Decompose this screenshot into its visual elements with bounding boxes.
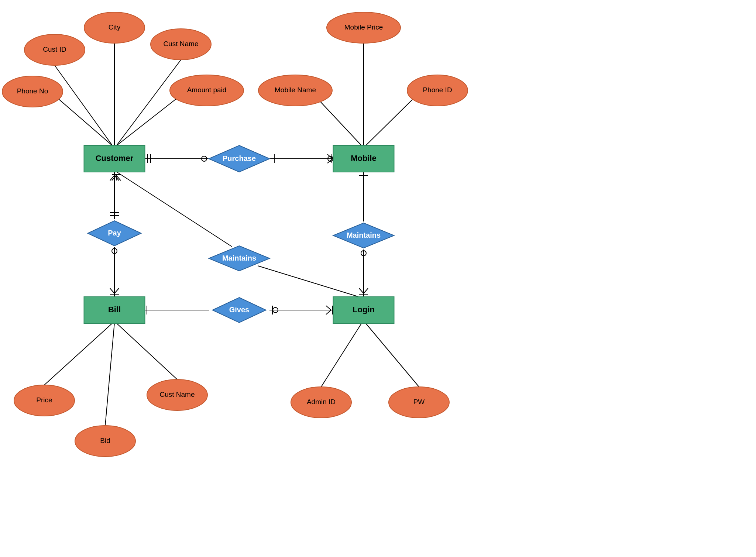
- er-diagram-canvas: [0, 0, 495, 487]
